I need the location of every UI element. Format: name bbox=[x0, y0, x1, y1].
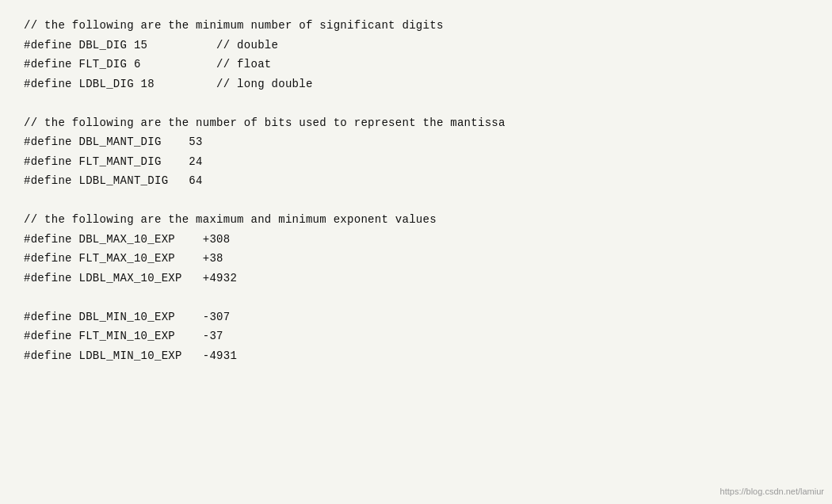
watermark: https://blog.csdn.net/lamiur bbox=[720, 487, 824, 496]
code-block: // the following are the minimum number … bbox=[24, 16, 808, 365]
code-container: // the following are the minimum number … bbox=[0, 0, 832, 381]
